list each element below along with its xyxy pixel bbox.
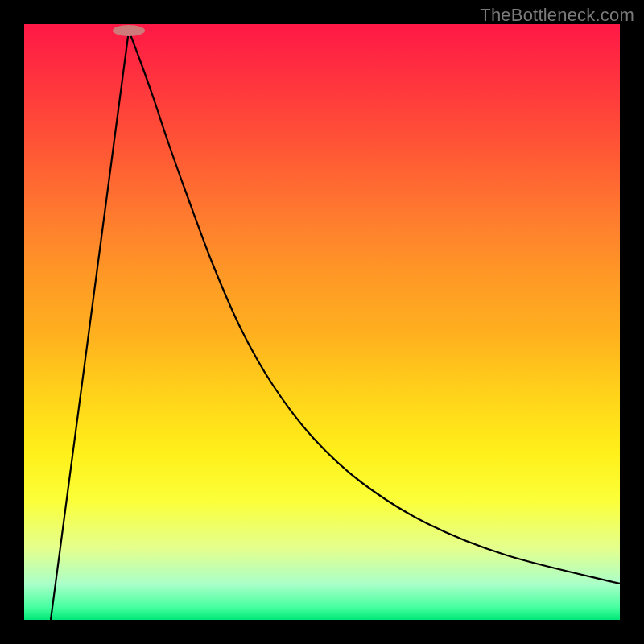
source-watermark: TheBottleneck.com: [480, 5, 634, 26]
optimum-marker: [113, 25, 145, 36]
bottleneck-curve: [24, 24, 620, 620]
curve-left-branch: [51, 31, 129, 620]
curve-right-branch: [129, 31, 620, 584]
